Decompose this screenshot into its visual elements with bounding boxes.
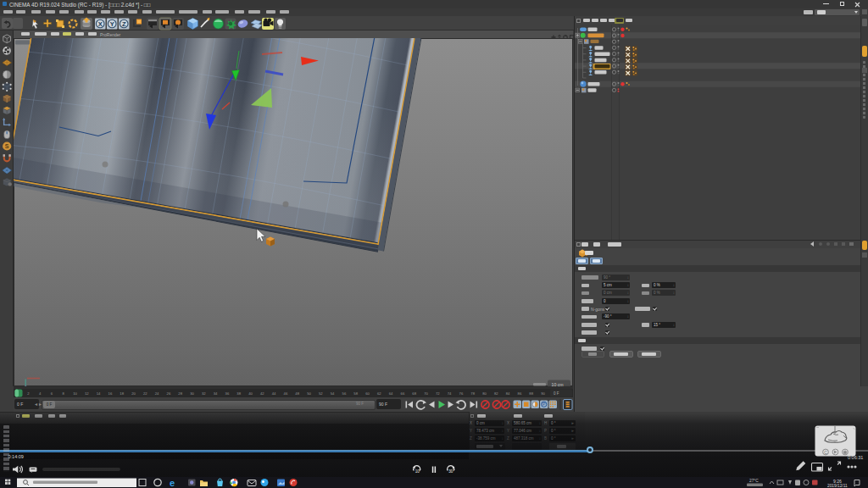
svg-text:30: 30 [190,391,194,396]
svg-text:24: 24 [155,391,159,396]
svg-text:Z: Z [122,20,126,28]
svg-text:86: 86 [518,391,522,396]
svg-text:P: P [542,402,546,407]
svg-text:72: 72 [436,391,440,396]
svg-text:76: 76 [459,391,464,396]
svg-text:12: 12 [85,391,89,396]
svg-text:32: 32 [202,391,206,396]
svg-text:90: 90 [541,391,545,396]
svg-text:62: 62 [377,391,381,396]
svg-text:22: 22 [143,391,147,396]
svg-text:6: 6 [51,391,53,396]
svg-text:10: 10 [73,391,77,396]
svg-text:52: 52 [319,391,323,396]
svg-text:X: X [98,20,103,28]
svg-text:2: 2 [27,391,30,396]
svg-text:16: 16 [108,391,113,396]
svg-text:78: 78 [470,391,475,396]
svg-text:8: 8 [63,391,65,396]
svg-text:14: 14 [97,391,101,396]
svg-text:40: 40 [248,391,253,396]
svg-text:9:26: 9:26 [833,479,842,484]
svg-text:34: 34 [214,391,218,396]
svg-text:e: e [170,478,175,488]
svg-text:80: 80 [482,391,487,396]
svg-text:S: S [5,143,9,149]
svg-text:64: 64 [389,391,393,396]
svg-text:2019/12/11: 2019/12/11 [827,484,848,488]
svg-text:36: 36 [225,391,230,396]
svg-text:28: 28 [178,391,182,396]
svg-text:10: 10 [415,469,420,474]
svg-text:84: 84 [506,391,510,396]
svg-text:38: 38 [236,391,241,396]
svg-text:70: 70 [424,391,428,396]
svg-text:56: 56 [342,391,347,396]
svg-text:88: 88 [529,391,533,396]
svg-text:44: 44 [272,391,276,396]
svg-text:50: 50 [307,391,311,396]
svg-text:68: 68 [412,391,416,396]
svg-text:60: 60 [365,391,370,396]
svg-text:0 F: 0 F [554,391,559,396]
svg-text:26: 26 [167,391,171,396]
svg-text:54: 54 [331,391,335,396]
svg-text:30: 30 [448,469,453,474]
svg-text:4: 4 [39,391,42,396]
svg-text:48: 48 [295,391,299,396]
svg-text:42: 42 [260,391,264,396]
svg-text:82: 82 [494,391,498,396]
svg-text:66: 66 [401,391,405,396]
svg-text:27°C: 27°C [749,479,759,483]
svg-text:C: C [824,450,827,455]
svg-text:18: 18 [120,391,124,396]
svg-text:Y: Y [110,20,114,28]
svg-text:20: 20 [131,391,136,396]
svg-text:58: 58 [353,391,358,396]
svg-text:46: 46 [284,391,288,396]
svg-text:74: 74 [448,391,452,396]
